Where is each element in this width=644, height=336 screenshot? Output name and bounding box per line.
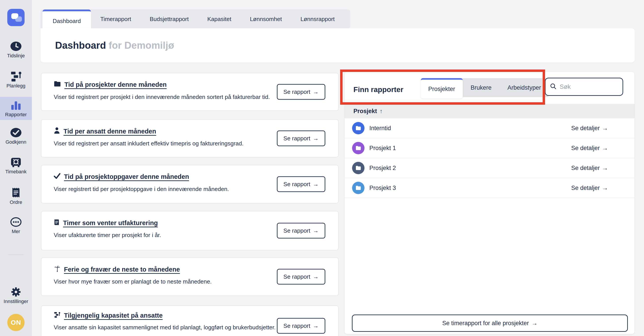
report-link[interactable]: Tilgjengelig kapasitet på ansatte	[54, 312, 163, 320]
se-detaljer-link[interactable]: Se detaljer→	[571, 184, 608, 192]
report-card-kapasitet-ansatte: Tilgjengelig kapasitet på ansatte Viser …	[41, 306, 338, 336]
sidebar-item-label: Timebank	[5, 169, 26, 175]
report-description: Viser ufakturerte timer per prosjekt for…	[54, 231, 284, 240]
project-name: Prosjekt 3	[369, 184, 396, 192]
sidebar-item-label: Ordre	[10, 200, 22, 205]
sidebar-item-ordre[interactable]: Ordre	[0, 187, 32, 205]
sidebar-item-innstillinger[interactable]: Innstillinger	[0, 287, 32, 304]
report-link[interactable]: Ferie og fravær de neste to månedene	[54, 266, 180, 274]
tab-timerapport[interactable]: Timerapport	[91, 9, 140, 29]
receipt-icon	[54, 219, 60, 227]
se-detaljer-link[interactable]: Se detaljer→	[571, 165, 608, 172]
table-row-interntid[interactable]: Interntid Se detaljer→	[344, 118, 634, 138]
tab-lonnsomhet[interactable]: Lønnsomhet	[240, 9, 291, 29]
sidebar-item-planlegg[interactable]: Planlegg	[0, 71, 32, 89]
se-rapport-button[interactable]: Se rapport→	[277, 130, 325, 146]
table-row-prosjekt-2[interactable]: Prosjekt 2 Se detaljer→	[344, 158, 634, 178]
gear-icon	[10, 287, 22, 297]
se-detaljer-link[interactable]: Se detaljer→	[571, 145, 608, 152]
check-circle-icon	[10, 128, 22, 138]
sidebar: Tidslinje Planlegg Rapporter Godkjenn Ti	[0, 0, 32, 336]
project-name: Interntid	[369, 125, 391, 132]
tab-budsjettrapport[interactable]: Budsjettrapport	[140, 9, 198, 29]
tab-lonnsrapport[interactable]: Lønnsrapport	[291, 9, 344, 29]
page-title: Dashboard for Demomiljø	[55, 40, 174, 51]
tab-dashboard[interactable]: Dashboard	[42, 10, 91, 31]
sidebar-item-label: Godkjenn	[6, 139, 26, 145]
project-name: Prosjekt 2	[369, 165, 396, 172]
se-rapport-button[interactable]: Se rapport→	[277, 318, 325, 334]
se-rapport-button[interactable]: Se rapport→	[277, 269, 325, 285]
finn-rapporter-panel: Finn rapporter Prosjekter Brukere Arbeid…	[344, 72, 635, 334]
report-card-tid-pa-prosjekter: Tid på prosjekter denne måneden Viser ti…	[41, 73, 338, 111]
tab-arbeidstyper[interactable]: Arbeidstyper	[500, 78, 549, 97]
se-rapport-button[interactable]: Se rapport→	[277, 84, 325, 100]
se-timerapport-alle-button[interactable]: Se timerapport for alle prosjekter→	[352, 314, 628, 332]
table-header-prosjekt[interactable]: Prosjekt ↑	[344, 104, 634, 118]
receipt-icon	[11, 187, 21, 198]
page-header: Dashboard for Demomiljø	[40, 28, 635, 62]
finn-rapporter-tab-group: Prosjekter Brukere Arbeidstyper	[421, 78, 549, 97]
more-icon	[10, 217, 22, 227]
se-rapport-button[interactable]: Se rapport→	[277, 223, 325, 238]
folder-icon	[54, 81, 61, 88]
sidebar-item-label: Mer	[12, 229, 20, 234]
report-card-timer-venter: Timer som venter utfakturering Viser ufa…	[41, 211, 338, 250]
report-description: Viser registrert tid per prosjektoppgave…	[54, 185, 284, 194]
report-card-prosjektoppgaver: Tid på prosjektoppgaver denne måneden Vi…	[41, 165, 338, 204]
bar-chart-icon	[10, 100, 22, 110]
report-tabs: Dashboard Timerapport Budsjettrapport Ka…	[40, 9, 350, 29]
report-link[interactable]: Tid på prosjekter denne måneden	[54, 81, 167, 88]
search-icon	[550, 83, 556, 90]
user-icon	[54, 127, 60, 136]
search-box[interactable]	[545, 78, 623, 96]
project-avatar	[352, 162, 364, 174]
sidebar-item-timebank[interactable]: Timebank	[0, 157, 32, 175]
user-avatar[interactable]: ON	[7, 314, 24, 331]
sidebar-item-label: Innstillinger	[4, 298, 28, 304]
tab-kapasitet[interactable]: Kapasitet	[198, 9, 240, 29]
report-description: Viser hvor mye fravær som er planlagt de…	[54, 277, 284, 286]
sidebar-item-label: Planlegg	[6, 83, 26, 89]
sidebar-item-tidslinje[interactable]: Tidslinje	[0, 41, 32, 59]
sidebar-item-rapporter[interactable]: Rapporter	[0, 100, 32, 118]
project-avatar	[352, 142, 364, 154]
report-link[interactable]: Tid på prosjektoppgaver denne måneden	[54, 173, 189, 180]
report-description: Viser tid registrert per prosjekt i den …	[54, 93, 284, 102]
app-logo[interactable]	[7, 9, 24, 26]
table-row-prosjekt-1[interactable]: Prosjekt 1 Se detaljer→	[344, 138, 634, 158]
capacity-icon	[54, 312, 60, 320]
check-icon	[54, 173, 60, 180]
palm-tree-icon	[54, 266, 60, 274]
report-card-tid-per-ansatt: Tid per ansatt denne måneden Viser tid r…	[41, 119, 338, 158]
finn-rapporter-title: Finn rapporter	[354, 86, 404, 94]
search-input[interactable]	[560, 83, 613, 90]
project-name: Prosjekt 1	[369, 145, 396, 152]
gantt-icon	[10, 71, 22, 82]
se-detaljer-link[interactable]: Se detaljer→	[571, 125, 608, 132]
app-root: Tidslinje Planlegg Rapporter Godkjenn Ti	[0, 0, 644, 336]
clock-icon	[10, 41, 22, 51]
sidebar-item-godkjenn[interactable]: Godkjenn	[0, 128, 32, 145]
sidebar-item-label: Tidslinje	[7, 53, 25, 59]
tab-prosjekter[interactable]: Prosjekter	[421, 78, 463, 98]
project-avatar	[352, 182, 364, 194]
sidebar-divider	[8, 254, 24, 255]
project-avatar	[352, 122, 364, 134]
tab-brukere[interactable]: Brukere	[463, 78, 500, 97]
report-description: Viser tid registrert per ansatt inkluder…	[54, 139, 284, 148]
sort-ascending-icon: ↑	[380, 108, 383, 115]
report-link[interactable]: Timer som venter utfakturering	[54, 219, 158, 227]
table-row-prosjekt-3[interactable]: Prosjekt 3 Se detaljer→	[344, 178, 634, 198]
report-card-ferie-fravaer: Ferie og fravær de neste to månedene Vis…	[41, 258, 338, 296]
sidebar-item-label: Rapporter	[5, 112, 27, 118]
report-link[interactable]: Tid per ansatt denne måneden	[54, 127, 156, 136]
se-rapport-button[interactable]: Se rapport→	[277, 176, 325, 192]
safe-icon	[10, 157, 22, 167]
report-description: Viser ansatte sin kapasitet sammenlignet…	[54, 323, 284, 332]
page-subtitle: for Demomiljø	[106, 40, 174, 51]
sidebar-item-mer[interactable]: Mer	[0, 217, 32, 234]
